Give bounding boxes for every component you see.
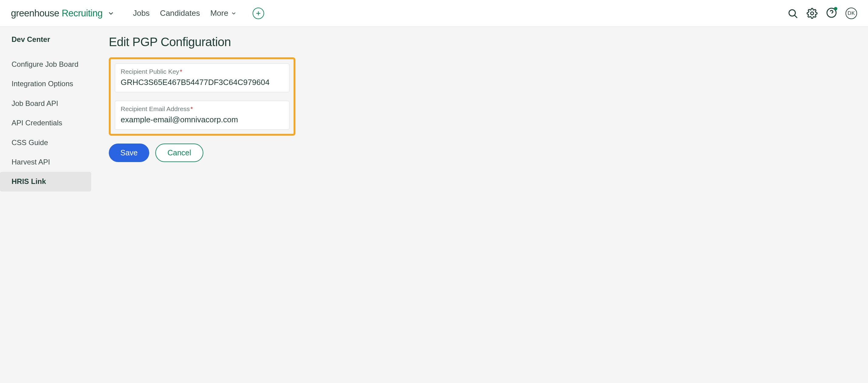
page-title: Edit PGP Configuration bbox=[109, 35, 856, 49]
nav-more[interactable]: More bbox=[210, 8, 237, 18]
sidebar-item-harvest-api[interactable]: Harvest API bbox=[11, 152, 94, 172]
plus-icon bbox=[255, 10, 261, 16]
app-header: greenhouse Recruiting Jobs Candidates Mo… bbox=[0, 0, 868, 27]
sidebar-item-integration-options[interactable]: Integration Options bbox=[11, 74, 94, 94]
field-recipient-email: Recipient Email Address* bbox=[115, 101, 289, 130]
sidebar-item-hris-link[interactable]: HRIS Link bbox=[0, 172, 91, 191]
form-actions: Save Cancel bbox=[109, 144, 856, 162]
field-label-email: Recipient Email Address* bbox=[121, 105, 284, 113]
recipient-public-key-input[interactable] bbox=[121, 78, 284, 87]
nav-more-label: More bbox=[210, 8, 228, 18]
sidebar-item-api-credentials[interactable]: API Credentials bbox=[11, 113, 94, 133]
save-button[interactable]: Save bbox=[109, 144, 149, 162]
cancel-button[interactable]: Cancel bbox=[155, 144, 203, 162]
pgp-form-highlight: Recipient Public Key* Recipient Email Ad… bbox=[109, 57, 296, 136]
header-actions: DK bbox=[787, 7, 857, 20]
brand-logo: greenhouse Recruiting bbox=[11, 8, 102, 19]
sidebar-item-css-guide[interactable]: CSS Guide bbox=[11, 133, 94, 152]
sidebar-title: Dev Center bbox=[11, 35, 94, 44]
sidebar-item-configure-job-board[interactable]: Configure Job Board bbox=[11, 55, 94, 74]
brand-switcher[interactable]: greenhouse Recruiting bbox=[11, 8, 115, 19]
svg-point-4 bbox=[811, 12, 814, 15]
gear-icon[interactable] bbox=[807, 8, 817, 19]
help-button[interactable] bbox=[826, 7, 837, 20]
field-label-public-key: Recipient Public Key* bbox=[121, 68, 284, 75]
sidebar: Dev Center Configure Job Board Integrati… bbox=[0, 35, 94, 192]
chevron-down-icon bbox=[231, 10, 237, 16]
recipient-email-input[interactable] bbox=[121, 115, 284, 125]
page-body: Dev Center Configure Job Board Integrati… bbox=[0, 27, 868, 192]
nav-candidates[interactable]: Candidates bbox=[160, 8, 200, 18]
sidebar-item-job-board-api[interactable]: Job Board API bbox=[11, 94, 94, 113]
field-recipient-public-key: Recipient Public Key* bbox=[115, 63, 289, 92]
main-nav: Jobs Candidates More bbox=[133, 8, 237, 18]
chevron-down-icon bbox=[107, 10, 115, 17]
svg-line-3 bbox=[795, 15, 797, 18]
search-icon[interactable] bbox=[787, 8, 798, 19]
notification-dot bbox=[834, 7, 837, 10]
main-content: Edit PGP Configuration Recipient Public … bbox=[94, 35, 868, 192]
add-button[interactable] bbox=[253, 8, 264, 19]
avatar[interactable]: DK bbox=[845, 8, 857, 19]
svg-point-2 bbox=[789, 10, 795, 16]
nav-jobs[interactable]: Jobs bbox=[133, 8, 150, 18]
